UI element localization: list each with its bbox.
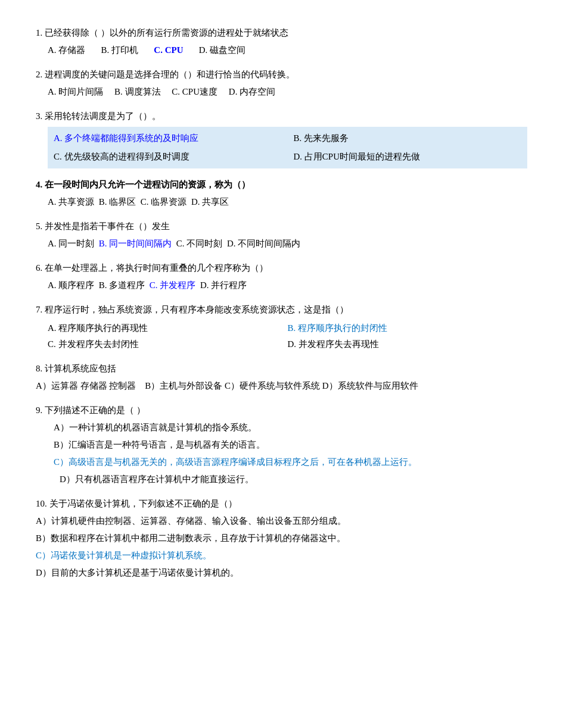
option-7c: C. 并发程序失去封闭性: [48, 336, 288, 352]
option-9b: B）汇编语言是一种符号语言，是与机器有关的语言。: [54, 437, 527, 453]
option-3d: D. 占用CPU时间最短的进程先做: [282, 149, 522, 165]
question-3-options: A. 多个终端都能得到系统的及时响应 B. 先来先服务 C. 优先级较高的进程得…: [48, 127, 527, 168]
question-7-options: A. 程序顺序执行的再现性 B. 程序顺序执行的封闭性 C. 并发程序失去封闭性…: [48, 320, 527, 352]
option-2c: C. CPU速度: [172, 87, 226, 96]
option-5b: B. 同一时间间隔内: [97, 239, 172, 248]
option-10d: D）目前的大多计算机还是基于冯诺依曼计算机的。: [36, 565, 527, 581]
option-6c: C. 并发程序: [147, 280, 195, 290]
option-1a: A. 存储器: [48, 45, 99, 55]
option-3b: B. 先来先服务: [282, 130, 522, 146]
option-9a: A）一种计算机的机器语言就是计算机的指令系统。: [54, 420, 527, 436]
option-6d: D. 并行程序: [198, 280, 247, 290]
option-3a: A. 多个终端都能得到系统的及时响应: [54, 130, 282, 146]
question-2: 2. 进程调度的关键问题是选择合理的（）和进行恰当的代码转换。 A. 时间片间隔…: [36, 67, 527, 100]
option-9c: C）高级语言是与机器无关的，高级语言源程序编译成目标程序之后，可在各种机器上运行…: [54, 454, 527, 470]
option-4b: B. 临界区: [97, 197, 136, 207]
question-10-text: 10. 关于冯诺依曼计算机，下列叙述不正确的是（）: [36, 496, 527, 512]
option-6b: B. 多道程序: [97, 280, 145, 290]
question-2-text: 2. 进程调度的关键问题是选择合理的（）和进行恰当的代码转换。: [36, 67, 527, 83]
option-5a: A. 同一时刻: [48, 239, 94, 248]
question-8-options: A）运算器 存储器 控制器 B）主机与外部设备 C）硬件系统与软件系统 D）系统…: [36, 378, 527, 394]
question-9: 9. 下列描述不正确的是（ ） A）一种计算机的机器语言就是计算机的指令系统。 …: [36, 402, 527, 488]
question-4: 4. 在一段时间内只允许一个进程访问的资源，称为（） A. 共享资源 B. 临界…: [36, 177, 527, 210]
option-7d: D. 并发程序失去再现性: [288, 336, 528, 352]
option-7a: A. 程序顺序执行的再现性: [48, 320, 288, 336]
option-1c: C. CPU: [154, 45, 183, 55]
option-6a: A. 顺序程序: [48, 280, 94, 290]
option-10a: A）计算机硬件由控制器、运算器、存储器、输入设备、输出设备五部分组成。: [36, 513, 527, 529]
question-5: 5. 并发性是指若干事件在（）发生 A. 同一时刻 B. 同一时间间隔内 C. …: [36, 218, 527, 252]
question-8-text: 8. 计算机系统应包括: [36, 361, 527, 377]
question-1-text: 1. 已经获得除（ ）以外的所有运行所需资源的进程处于就绪状态: [36, 25, 527, 41]
option-4d: D. 共享区: [189, 197, 229, 207]
question-1-options: A. 存储器 B. 打印机 C. CPU D. 磁盘空间: [48, 42, 527, 58]
question-10: 10. 关于冯诺依曼计算机，下列叙述不正确的是（） A）计算机硬件由控制器、运算…: [36, 496, 527, 581]
option-1d: D. 磁盘空间: [185, 45, 245, 55]
option-1b: B. 打印机: [101, 45, 152, 55]
option-4c: C. 临界资源: [138, 197, 186, 207]
question-10-options: A）计算机硬件由控制器、运算器、存储器、输入设备、输出设备五部分组成。 B）数据…: [36, 513, 527, 581]
option-2d: D. 内存空间: [229, 87, 275, 96]
option-2b: B. 调度算法: [114, 87, 170, 96]
question-9-text: 9. 下列描述不正确的是（ ）: [36, 402, 527, 418]
option-3c: C. 优先级较高的进程得到及时调度: [54, 149, 282, 165]
option-5c: C. 不同时刻: [174, 239, 222, 248]
option-9d: D）只有机器语言程序在计算机中才能直接运行。: [60, 471, 527, 488]
option-2a: A. 时间片间隔: [48, 87, 112, 96]
option-10b: B）数据和程序在计算机中都用二进制数表示，且存放于计算机的存储器这中。: [36, 530, 527, 546]
question-4-text: 4. 在一段时间内只允许一个进程访问的资源，称为（）: [36, 177, 527, 193]
question-4-options: A. 共享资源 B. 临界区 C. 临界资源 D. 共享区: [48, 194, 527, 210]
question-7-text: 7. 程序运行时，独占系统资源，只有程序本身能改变系统资源状态，这是指（）: [36, 302, 527, 318]
question-3-text: 3. 采用轮转法调度是为了（）。: [36, 108, 527, 124]
question-1: 1. 已经获得除（ ）以外的所有运行所需资源的进程处于就绪状态 A. 存储器 B…: [36, 25, 527, 58]
question-2-options: A. 时间片间隔 B. 调度算法 C. CPU速度 D. 内存空间: [48, 84, 527, 100]
question-8: 8. 计算机系统应包括 A）运算器 存储器 控制器 B）主机与外部设备 C）硬件…: [36, 361, 527, 394]
option-4a: A. 共享资源: [48, 197, 94, 207]
question-9-options: A）一种计算机的机器语言就是计算机的指令系统。 B）汇编语言是一种符号语言，是与…: [36, 420, 527, 488]
option-10c: C）冯诺依曼计算机是一种虚拟计算机系统。: [36, 548, 527, 564]
question-3: 3. 采用轮转法调度是为了（）。 A. 多个终端都能得到系统的及时响应 B. 先…: [36, 108, 527, 168]
question-6-text: 6. 在单一处理器上，将执行时间有重叠的几个程序称为（）: [36, 260, 527, 276]
option-7b: B. 程序顺序执行的封闭性: [288, 320, 528, 336]
question-5-options: A. 同一时刻 B. 同一时间间隔内 C. 不同时刻 D. 不同时间间隔内: [48, 236, 527, 252]
question-7: 7. 程序运行时，独占系统资源，只有程序本身能改变系统资源状态，这是指（） A.…: [36, 302, 527, 352]
question-6-options: A. 顺序程序 B. 多道程序 C. 并发程序 D. 并行程序: [48, 277, 527, 293]
question-5-text: 5. 并发性是指若干事件在（）发生: [36, 218, 527, 235]
option-5d: D. 不同时间间隔内: [225, 239, 300, 248]
question-6: 6. 在单一处理器上，将执行时间有重叠的几个程序称为（） A. 顺序程序 B. …: [36, 260, 527, 293]
